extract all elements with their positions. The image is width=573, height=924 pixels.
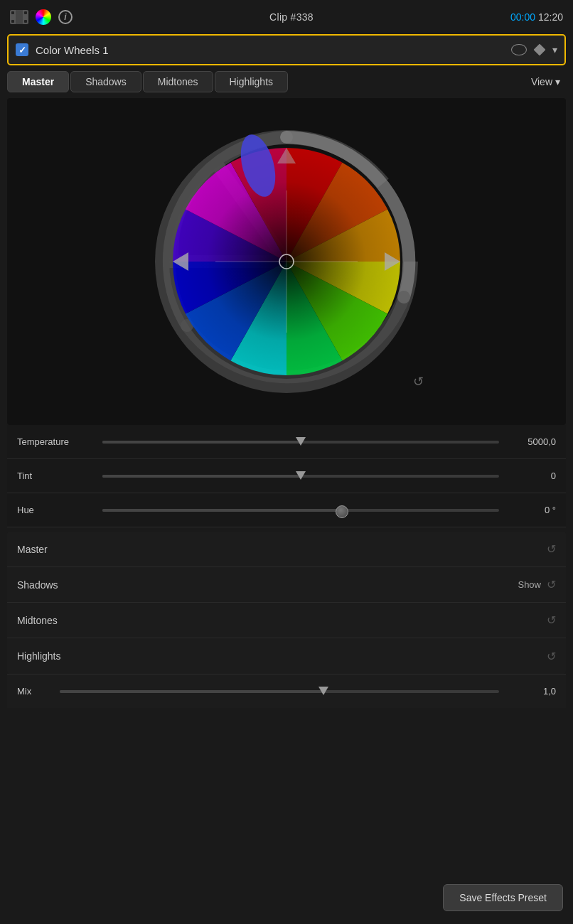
tab-highlights[interactable]: Highlights xyxy=(215,71,288,92)
mix-label: Mix xyxy=(17,686,53,697)
svg-rect-5 xyxy=(16,10,23,24)
effect-diamond-icon[interactable] xyxy=(534,44,546,56)
tabs-row: Master Shadows Midtones Highlights View … xyxy=(7,71,566,92)
effect-circle-icon[interactable] xyxy=(511,44,527,55)
time-start: 00:00 xyxy=(510,11,535,23)
effect-title: Color Wheels 1 xyxy=(36,44,511,56)
section-master-reset[interactable]: ↺ xyxy=(547,542,556,556)
svg-point-13 xyxy=(279,254,294,269)
section-shadows-reset[interactable]: ↺ xyxy=(547,578,556,591)
hue-value: 0 ° xyxy=(506,505,556,515)
section-midtones-label: Midtones xyxy=(17,615,547,626)
mix-thumb[interactable] xyxy=(318,687,328,695)
time-end: 12:20 xyxy=(538,11,563,23)
rainbow-icon xyxy=(36,9,51,25)
sliders-section: Temperature 5000,0 Tint 0 Hue 0 ° xyxy=(7,425,566,527)
save-button-row: Save Effects Preset xyxy=(443,884,563,911)
top-bar-left: i xyxy=(10,9,73,25)
color-wheel-wrap[interactable]: ↺ xyxy=(137,112,436,411)
tab-view[interactable]: View ▾ xyxy=(525,73,566,90)
section-master-label: Master xyxy=(17,544,547,555)
temperature-label: Temperature xyxy=(17,436,95,447)
section-rows: Master ↺ Shadows Show ↺ Midtones ↺ Highl… xyxy=(7,532,566,674)
top-bar: i Clip #338 00:00 12:20 xyxy=(0,0,573,34)
svg-rect-2 xyxy=(24,11,27,14)
svg-rect-4 xyxy=(24,20,27,23)
hue-row: Hue 0 ° xyxy=(7,493,566,527)
mix-slider[interactable] xyxy=(60,690,499,693)
tab-midtones[interactable]: Midtones xyxy=(143,71,213,92)
tint-thumb[interactable] xyxy=(296,471,306,480)
info-icon: i xyxy=(58,10,73,24)
section-highlights: Highlights ↺ xyxy=(7,638,566,674)
section-highlights-reset[interactable]: ↺ xyxy=(547,650,556,663)
effect-enable-checkbox[interactable] xyxy=(16,43,28,56)
section-shadows-show[interactable]: Show xyxy=(518,579,541,590)
hue-label: Hue xyxy=(17,505,95,515)
svg-rect-3 xyxy=(11,20,14,23)
section-shadows: Shadows Show ↺ xyxy=(7,567,566,603)
film-icon xyxy=(10,10,28,24)
temperature-slider[interactable] xyxy=(102,441,499,444)
view-chevron-icon: ▾ xyxy=(555,76,560,87)
mix-row: Mix 1,0 xyxy=(7,674,566,708)
effect-header: Color Wheels 1 ▾ xyxy=(7,34,566,65)
clip-label: Clip #338 xyxy=(269,11,314,23)
section-master: Master ↺ xyxy=(7,532,566,567)
tab-master[interactable]: Master xyxy=(7,71,69,92)
timecode: 00:00 12:20 xyxy=(510,11,563,23)
section-midtones: Midtones ↺ xyxy=(7,603,566,638)
save-effects-preset-button[interactable]: Save Effects Preset xyxy=(443,884,563,911)
section-shadows-label: Shadows xyxy=(17,579,518,591)
mix-value: 1,0 xyxy=(506,686,556,697)
view-label: View xyxy=(531,76,552,87)
svg-text:↺: ↺ xyxy=(413,375,424,389)
tint-slider[interactable] xyxy=(102,475,499,478)
temperature-row: Temperature 5000,0 xyxy=(7,425,566,459)
color-wheel-area: ↺ xyxy=(7,98,566,425)
temperature-thumb[interactable] xyxy=(296,437,306,446)
svg-rect-1 xyxy=(11,11,14,14)
section-highlights-label: Highlights xyxy=(17,650,547,662)
effect-chevron-icon[interactable]: ▾ xyxy=(552,44,557,55)
section-midtones-reset[interactable]: ↺ xyxy=(547,613,556,627)
hue-thumb[interactable] xyxy=(336,505,348,518)
temperature-value: 5000,0 xyxy=(506,436,556,447)
tint-row: Tint 0 xyxy=(7,459,566,493)
tint-label: Tint xyxy=(17,471,95,481)
tint-value: 0 xyxy=(506,471,556,481)
tab-shadows[interactable]: Shadows xyxy=(70,71,141,92)
hue-slider[interactable] xyxy=(102,509,499,512)
color-wheel-svg[interactable]: ↺ xyxy=(137,112,436,411)
effect-header-icons: ▾ xyxy=(511,44,557,55)
